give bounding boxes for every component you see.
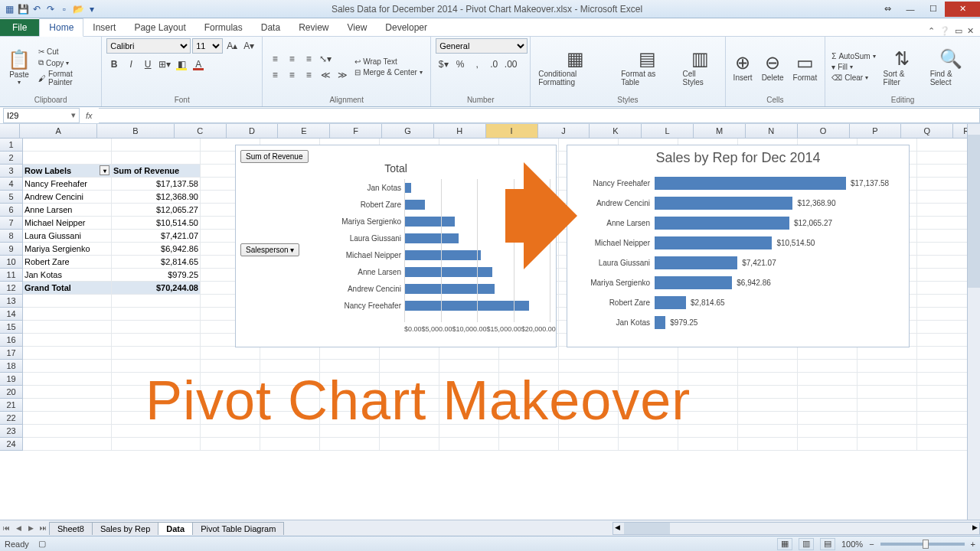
wrap-text-button[interactable]: ↩Wrap Text [353,57,424,67]
open-icon[interactable]: 📂 [72,3,84,15]
sort-filter-button[interactable]: ⇅Sort & Filter [880,47,924,88]
border-button[interactable]: ⊞▾ [157,57,172,72]
cell-styles-button[interactable]: ▥Cell Styles [680,47,720,88]
window-close2-icon[interactable]: ✕ [967,26,974,36]
row-4[interactable]: 4 [0,178,23,191]
col-o[interactable]: O [798,124,850,138]
indent-dec-icon[interactable]: ≪ [318,67,333,83]
row-20[interactable]: 20 [0,386,23,399]
col-j[interactable]: J [538,124,590,138]
undo-icon[interactable]: ↶ [31,3,43,15]
tab-view[interactable]: View [338,19,377,36]
align-bottom-icon[interactable]: ≡ [301,51,316,67]
row-19[interactable]: 19 [0,373,23,386]
indent-inc-icon[interactable]: ≫ [335,67,350,83]
font-size-select[interactable]: 11 [192,38,223,54]
sheet-tab-data[interactable]: Data [158,522,193,535]
copy-button[interactable]: ⧉Copy▾ [37,57,96,68]
row-6[interactable]: 6 [0,204,23,217]
row-5[interactable]: 5 [0,191,23,204]
col-m[interactable]: M [694,124,746,138]
hscroll-thumb[interactable] [624,523,670,534]
col-l[interactable]: L [642,124,694,138]
view-normal-icon[interactable]: ▦ [777,538,792,550]
tab-data[interactable]: Data [252,19,289,36]
row-13[interactable]: 13 [0,295,23,308]
vertical-scrollbar[interactable] [967,124,980,520]
col-q[interactable]: Q [901,124,953,138]
currency-icon[interactable]: $▾ [436,57,451,72]
insert-button[interactable]: ⊕Insert [730,51,756,83]
file-tab[interactable]: File [0,19,39,36]
font-color-button[interactable]: A [191,57,206,72]
row-2[interactable]: 2 [0,152,23,165]
row-10[interactable]: 10 [0,256,23,269]
row-17[interactable]: 17 [0,347,23,360]
close-button[interactable]: ✕ [945,2,980,17]
filter-dropdown-icon[interactable]: ▾ [100,165,109,175]
col-e[interactable]: E [278,124,330,138]
cut-button[interactable]: ✂Cut [37,47,96,57]
row-9[interactable]: 9 [0,243,23,256]
col-h[interactable]: H [434,124,486,138]
align-top-icon[interactable]: ≡ [267,51,283,67]
row-24[interactable]: 24 [0,438,23,451]
horizontal-scrollbar[interactable]: ◀ ▶ [612,522,980,535]
align-left-icon[interactable]: ≡ [267,67,283,83]
orientation-icon[interactable]: ⤡▾ [318,51,333,67]
select-all-corner[interactable] [0,124,20,138]
italic-button[interactable]: I [123,57,139,72]
percent-icon[interactable]: % [452,57,468,72]
format-as-table-button[interactable]: ▤Format as Table [618,47,676,88]
paste-button[interactable]: 📋Paste▾ [5,47,34,87]
col-f[interactable]: F [330,124,382,138]
sheet-tab-pivot-diagram[interactable]: Pivot Table Diagram [192,522,284,535]
decrease-decimal-icon[interactable]: .00 [503,57,518,72]
qat-more-icon[interactable]: ▾ [86,3,98,15]
hscroll-right-icon[interactable]: ▶ [972,523,978,531]
tab-nav-last-icon[interactable]: ⏭ [37,524,49,532]
view-layout-icon[interactable]: ▥ [799,538,814,550]
align-middle-icon[interactable]: ≡ [284,51,299,67]
row-15[interactable]: 15 [0,321,23,334]
find-select-button[interactable]: 🔍Find & Select [927,47,975,88]
row-23[interactable]: 23 [0,425,23,438]
zoom-out-icon[interactable]: − [869,540,874,549]
restore-move-icon[interactable]: ⇔ [876,2,899,17]
chevron-down-icon[interactable]: ▾ [71,110,76,120]
merge-center-button[interactable]: ⊟Merge & Center▾ [353,67,424,77]
tab-developer[interactable]: Developer [376,19,436,36]
field-sum-revenue-button[interactable]: Sum of Revenue [240,150,309,163]
tab-nav-prev-icon[interactable]: ◀ [12,524,24,532]
redo-icon[interactable]: ↷ [44,3,57,15]
row-12[interactable]: 12 [0,282,23,295]
col-c[interactable]: C [175,124,227,138]
underline-button[interactable]: U [140,57,155,72]
zoom-thumb[interactable] [923,540,929,549]
tab-formulas[interactable]: Formulas [195,19,252,36]
fx-icon[interactable]: fx [80,111,99,120]
col-b[interactable]: B [97,124,175,138]
sheet-tab-sales-by-rep[interactable]: Sales by Rep [92,522,158,535]
row-21[interactable]: 21 [0,399,23,412]
zoom-slider[interactable] [880,543,965,546]
align-right-icon[interactable]: ≡ [301,67,316,83]
formula-input[interactable] [99,108,980,123]
col-n[interactable]: N [746,124,798,138]
new-icon[interactable]: ▫ [58,3,70,15]
format-button[interactable]: ▭Format [790,51,821,83]
tab-home[interactable]: Home [39,18,83,37]
name-box[interactable]: I29▾ [3,108,80,123]
row-16[interactable]: 16 [0,334,23,347]
maximize-button[interactable]: ☐ [922,2,945,17]
row-22[interactable]: 22 [0,412,23,425]
save-icon[interactable]: 💾 [17,3,29,15]
zoom-level[interactable]: 100% [841,540,863,549]
autosum-button[interactable]: ΣAutoSum▾ [830,51,877,61]
row-14[interactable]: 14 [0,308,23,321]
tab-page-layout[interactable]: Page Layout [125,19,194,36]
help-icon[interactable]: ❔ [939,26,950,36]
align-center-icon[interactable]: ≡ [284,67,299,83]
bold-button[interactable]: B [106,57,122,72]
row-8[interactable]: 8 [0,230,23,243]
